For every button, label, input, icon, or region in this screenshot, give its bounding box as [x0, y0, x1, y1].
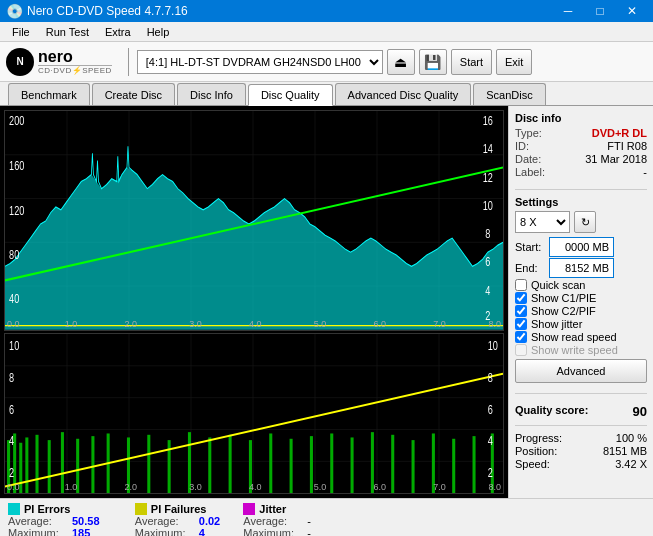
- svg-text:12: 12: [483, 170, 493, 184]
- tab-scandisc[interactable]: ScanDisc: [473, 83, 545, 105]
- svg-text:6: 6: [488, 402, 493, 415]
- svg-rect-42: [25, 437, 28, 493]
- exit-button[interactable]: Exit: [496, 49, 532, 75]
- pi-errors-max-value: 185: [72, 527, 90, 536]
- upper-chart: 16 14 12 10 8 6 4 2 200 160 120 80 40 0.…: [4, 110, 504, 331]
- divider-3: [515, 425, 647, 426]
- tab-create-disc[interactable]: Create Disc: [92, 83, 175, 105]
- position-row: Position: 8151 MB: [515, 445, 647, 457]
- disc-id-value: FTI R08: [607, 140, 647, 152]
- menu-run-test[interactable]: Run Test: [38, 24, 97, 40]
- show-write-speed-checkbox[interactable]: [515, 344, 527, 356]
- svg-text:40: 40: [9, 292, 19, 306]
- show-c2pif-checkbox[interactable]: [515, 305, 527, 317]
- disc-type-value: DVD+R DL: [592, 127, 647, 139]
- close-button[interactable]: ✕: [617, 1, 647, 21]
- main-content: 16 14 12 10 8 6 4 2 200 160 120 80 40 0.…: [0, 106, 653, 498]
- pi-failures-group: PI Failures Average: 0.02 Maximum: 4 Tot…: [135, 503, 223, 536]
- svg-text:200: 200: [9, 114, 24, 128]
- disc-date-label: Date:: [515, 153, 541, 165]
- save-icon-button[interactable]: 💾: [419, 49, 447, 75]
- svg-text:2: 2: [9, 466, 14, 479]
- divider-2: [515, 393, 647, 394]
- disc-info-section: Disc info Type: DVD+R DL ID: FTI R08 Dat…: [515, 112, 647, 179]
- pi-errors-color: [8, 503, 20, 515]
- menu-bar: File Run Test Extra Help: [0, 22, 653, 42]
- svg-rect-53: [208, 437, 211, 493]
- end-mb-row: End:: [515, 258, 647, 278]
- eject-icon-button[interactable]: ⏏: [387, 49, 415, 75]
- start-mb-row: Start:: [515, 237, 647, 257]
- svg-rect-60: [351, 437, 354, 493]
- progress-section: Progress: 100 % Position: 8151 MB Speed:…: [515, 432, 647, 471]
- disc-type-row: Type: DVD+R DL: [515, 127, 647, 139]
- minimize-button[interactable]: ─: [553, 1, 583, 21]
- svg-text:8: 8: [9, 370, 14, 383]
- disc-label-row: Label: -: [515, 166, 647, 178]
- chart-area: 16 14 12 10 8 6 4 2 200 160 120 80 40 0.…: [0, 106, 508, 498]
- lower-chart: 10 8 6 4 2 10 8 6 4 2 0.0 1.0 2.0 3.0 4.…: [4, 333, 504, 494]
- toolbar: N nero CD·DVD⚡SPEED [4:1] HL-DT-ST DVDRA…: [0, 42, 653, 82]
- tab-disc-info[interactable]: Disc Info: [177, 83, 246, 105]
- svg-rect-51: [168, 440, 171, 493]
- svg-rect-66: [473, 436, 476, 493]
- quality-score-section: Quality score: 90: [515, 404, 647, 419]
- show-read-speed-checkbox[interactable]: [515, 331, 527, 343]
- svg-text:8: 8: [485, 227, 490, 241]
- pi-failures-color: [135, 503, 147, 515]
- pi-failures-header: PI Failures: [135, 503, 223, 515]
- menu-file[interactable]: File: [4, 24, 38, 40]
- jitter-avg-label: Average:: [243, 515, 303, 527]
- pi-failures-max-label: Maximum:: [135, 527, 195, 536]
- tab-benchmark[interactable]: Benchmark: [8, 83, 90, 105]
- show-jitter-checkbox[interactable]: [515, 318, 527, 330]
- tab-disc-quality[interactable]: Disc Quality: [248, 84, 333, 106]
- start-input[interactable]: [549, 237, 614, 257]
- svg-text:10: 10: [488, 339, 498, 352]
- quick-scan-row: Quick scan: [515, 279, 647, 291]
- show-c1pie-checkbox[interactable]: [515, 292, 527, 304]
- tab-advanced-disc-quality[interactable]: Advanced Disc Quality: [335, 83, 472, 105]
- advanced-button[interactable]: Advanced: [515, 359, 647, 383]
- pi-errors-group: PI Errors Average: 50.58 Maximum: 185 To…: [8, 503, 115, 536]
- toolbar-divider: [128, 48, 129, 76]
- pi-errors-max-label: Maximum:: [8, 527, 68, 536]
- write-speed-label: Show write speed: [531, 344, 618, 356]
- svg-text:4: 4: [488, 434, 493, 447]
- svg-text:6: 6: [9, 402, 14, 415]
- disc-label-label: Label:: [515, 166, 545, 178]
- pi-failures-avg-label: Average:: [135, 515, 195, 527]
- svg-text:80: 80: [9, 248, 19, 262]
- stats-bar: PI Errors Average: 50.58 Maximum: 185 To…: [0, 498, 653, 536]
- refresh-icon-button[interactable]: ↻: [574, 211, 596, 233]
- disc-type-label: Type:: [515, 127, 542, 139]
- quick-scan-checkbox[interactable]: [515, 279, 527, 291]
- svg-rect-63: [412, 440, 415, 493]
- svg-rect-56: [269, 433, 272, 493]
- end-input[interactable]: [549, 258, 614, 278]
- svg-rect-54: [229, 435, 232, 493]
- title-bar: 💿 Nero CD-DVD Speed 4.7.7.16 ─ □ ✕: [0, 0, 653, 22]
- c1pie-label: Show C1/PIE: [531, 292, 596, 304]
- quality-score-value: 90: [633, 404, 647, 419]
- pi-errors-header: PI Errors: [8, 503, 115, 515]
- side-panel: Disc info Type: DVD+R DL ID: FTI R08 Dat…: [508, 106, 653, 498]
- title-bar-text: Nero CD-DVD Speed 4.7.7.16: [27, 4, 188, 18]
- start-label: Start:: [515, 241, 547, 253]
- settings-title: Settings: [515, 196, 647, 208]
- jitter-header: Jitter: [243, 503, 311, 515]
- menu-extra[interactable]: Extra: [97, 24, 139, 40]
- speed-selector[interactable]: 8 X: [515, 211, 570, 233]
- menu-help[interactable]: Help: [139, 24, 178, 40]
- svg-rect-45: [61, 432, 64, 493]
- jitter-avg: Average: -: [243, 515, 311, 527]
- svg-rect-44: [48, 440, 51, 493]
- maximize-button[interactable]: □: [585, 1, 615, 21]
- svg-rect-62: [391, 435, 394, 493]
- pi-failures-max: Maximum: 4: [135, 527, 223, 536]
- speed-label: Speed:: [515, 458, 550, 470]
- start-button[interactable]: Start: [451, 49, 492, 75]
- speed-value: 3.42 X: [615, 458, 647, 470]
- drive-selector[interactable]: [4:1] HL-DT-ST DVDRAM GH24NSD0 LH00: [137, 50, 383, 74]
- disc-id-label: ID:: [515, 140, 529, 152]
